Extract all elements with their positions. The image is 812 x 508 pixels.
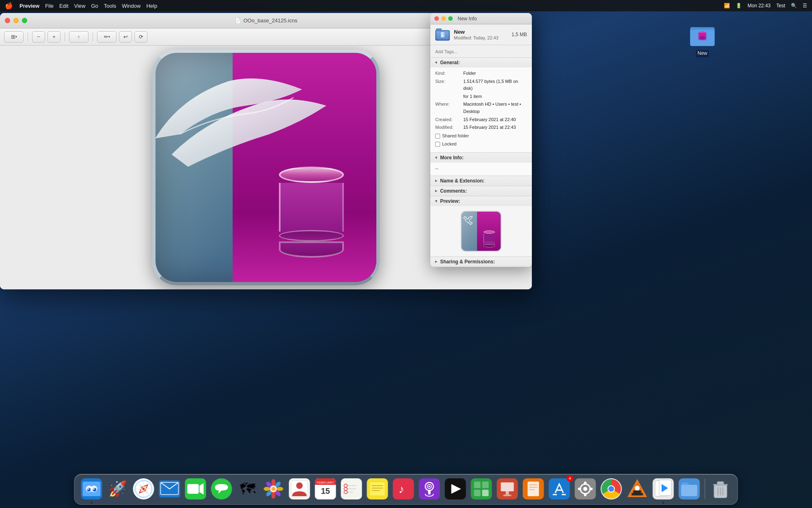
svg-rect-68 [474,482,481,488]
svg-text:FEBRUARY: FEBRUARY [317,481,335,484]
kind-value: Folder [463,70,476,77]
menubar-go[interactable]: Go [91,3,98,9]
annotate-button[interactable]: ✏ ▾ [97,31,117,43]
menubar-user: Test [776,3,785,9]
svg-rect-99 [633,491,641,493]
collapse-triangle-sharing: ▼ [434,260,438,263]
where-label: Where: [435,101,462,115]
general-label: General: [440,60,460,65]
minimize-button[interactable] [13,18,19,23]
dock: ◕ ◕ 🚀 [74,474,738,505]
dock-item-photos[interactable] [261,477,286,501]
dock-item-preview[interactable] [651,477,676,501]
dock-item-music[interactable]: ♪ [391,477,416,501]
desktop-icon-new[interactable]: New [686,22,719,57]
undo-button[interactable]: ↩ [119,31,132,43]
dock-item-podcasts[interactable] [417,477,442,501]
appstore-badge: 4 [567,475,573,482]
info-more-body: -- [430,163,532,176]
pen-icon: ✏ [104,34,108,40]
info-file-name: New [454,29,508,35]
dock-item-mail[interactable] [158,477,182,501]
menubar-window[interactable]: Window [122,3,140,9]
dock-item-notes[interactable] [365,477,390,501]
info-general-header[interactable]: ▼ General: [430,58,532,67]
apple-menu[interactable]: 🍎 [5,2,13,10]
info-name-header[interactable]: ▼ Name & Extension: [430,176,532,186]
info-close-button[interactable] [434,16,439,21]
dock-item-safari[interactable] [132,477,156,501]
info-comments-header[interactable]: ▼ Comments: [430,186,532,196]
dock-item-maps[interactable]: 🗺 [235,477,260,501]
share-button[interactable]: ↑ [69,31,89,43]
info-more-header[interactable]: ▼ More Info: [430,153,532,163]
svg-rect-90 [578,488,581,490]
dock-item-appstore[interactable]: 4 [547,477,572,501]
dock-dot-finder [91,502,93,504]
info-sharing-header[interactable]: ▼ Sharing & Permissions: [430,257,532,267]
menubar-view[interactable]: View [74,3,86,9]
dock-item-numbers[interactable] [469,477,494,501]
list-icon[interactable]: ☰ [803,3,807,9]
menubar: 🍎 Preview File Edit View Go Tools Window… [0,0,812,11]
dock-item-contacts[interactable] [287,477,312,501]
where-row: Where: Macintosh HD • Users • test • Des… [435,101,527,115]
toolbar-separator-1 [28,33,28,41]
dock-item-keynote[interactable] [495,477,520,501]
dock-item-messages[interactable] [209,477,234,501]
search-icon[interactable]: 🔍 [791,3,797,9]
shared-checkbox[interactable] [435,134,440,139]
dock-item-facetime[interactable] [184,477,208,501]
undo-icon: ↩ [123,34,128,40]
dock-item-trash[interactable] [708,477,733,501]
svg-rect-64 [428,490,431,495]
dock-item-pages[interactable] [521,477,546,501]
size-row: Size: 1.514.577 bytes (1,5 MB on disk) [435,78,527,92]
dock-item-finder[interactable]: ◕ ◕ [80,477,104,501]
info-general-body: Kind: Folder Size: 1.514.577 bytes (1,5 … [430,67,532,152]
info-maximize-button[interactable] [448,16,453,21]
sync-button[interactable]: ⟳ [134,31,147,43]
menubar-help[interactable]: Help [146,3,157,9]
dock-item-calendar[interactable]: 15 FEBRUARY [313,477,338,501]
dock-item-filemanager[interactable] [677,477,702,501]
dock-item-appletv[interactable] [443,477,468,501]
wifi-icon: 📶 [724,3,730,9]
info-minimize-button[interactable] [441,16,446,21]
dock-item-systemprefs[interactable] [573,477,598,501]
view-toggle-button[interactable]: ⊞ ▾ [4,31,24,43]
database-graphic [279,167,344,258]
modified-label: Modified: [435,124,462,131]
svg-rect-77 [528,482,539,496]
battery-icon: 🔋 [736,3,742,9]
menubar-file[interactable]: File [45,3,54,9]
svg-rect-54 [370,482,385,495]
zoom-out-button[interactable]: − [32,31,45,43]
close-button[interactable] [5,18,10,23]
tags-input[interactable] [435,49,527,54]
info-preview-header[interactable]: ▼ Preview: [430,196,532,206]
collapse-triangle-name: ▼ [434,179,438,182]
menubar-tools[interactable]: Tools [104,3,116,9]
menubar-edit[interactable]: Edit [59,3,68,9]
toolbar-separator-3 [93,33,93,41]
dock-item-vlc[interactable] [625,477,650,501]
svg-point-63 [429,486,430,487]
comments-label: Comments: [440,188,467,194]
maximize-button[interactable] [22,18,27,23]
svg-text:◕: ◕ [93,486,97,492]
svg-point-30 [264,487,270,491]
mini-db [484,230,495,247]
dock-item-launchpad[interactable]: 🚀 [106,477,130,501]
svg-rect-109 [717,482,724,485]
zoom-in-icon: + [52,34,56,40]
locked-checkbox[interactable] [435,142,440,147]
collapse-triangle-general: ▼ [434,61,438,65]
svg-text:♪: ♪ [399,483,404,495]
locked-label: Locked [442,141,456,148]
dock-item-reminders[interactable] [339,477,364,501]
dock-item-chrome[interactable] [599,477,624,501]
preview-file-icon: 📄 [235,17,241,24]
menubar-app-name[interactable]: Preview [19,3,39,9]
zoom-in-button[interactable]: + [48,31,60,43]
